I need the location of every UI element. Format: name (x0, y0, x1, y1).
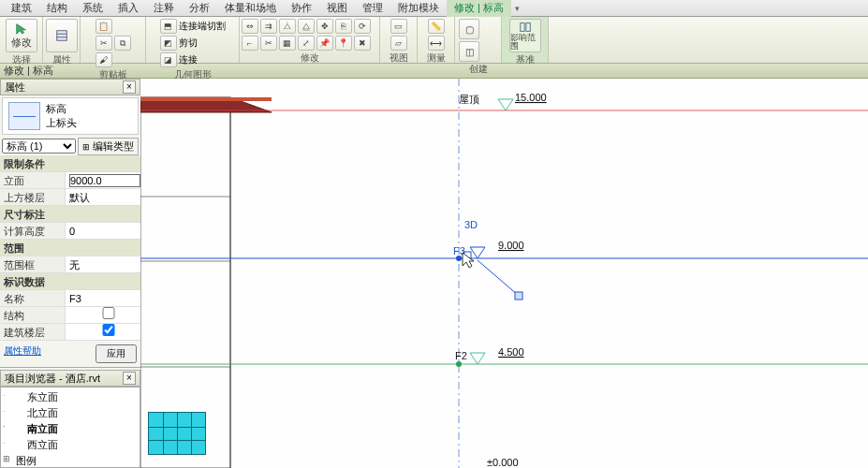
prop-group-extent[interactable]: 范围 (0, 240, 140, 256)
ribbon-group-clipboard: 📋 ✂⧉ 🖌 剪贴板 (81, 17, 146, 63)
propagate-extents-button[interactable]: 影响范围 (509, 19, 541, 52)
prop-row-scope-box[interactable]: 范围框 无 (0, 256, 140, 273)
prop-group-constraints[interactable]: 限制条件 (0, 155, 140, 172)
drawing-canvas[interactable]: 屋顶 15.000 F3 9.000 3D F2 4.500 (140, 79, 868, 468)
tree-node[interactable]: 西立面 (1, 437, 140, 453)
trim-button[interactable]: ⌐ (242, 36, 258, 51)
ribbon-group-datum: 影响范围 基准 (502, 17, 549, 63)
mirror-draw-button[interactable]: ⧋ (298, 19, 315, 34)
copy-mod-button[interactable]: ⎘ (335, 19, 352, 34)
menu-structure[interactable]: 结构 (39, 0, 75, 17)
instance-filter-select[interactable]: 标高 (1) (2, 139, 76, 154)
svg-rect-0 (56, 31, 66, 41)
ribbon-group-measure: 📏⟷ 测量 (418, 17, 455, 63)
browser-title-bar[interactable]: 项目浏览器 - 酒店.rvt × (0, 370, 140, 387)
measure-button[interactable]: 📏 (428, 19, 445, 34)
menu-massing[interactable]: 体量和场地 (217, 0, 284, 17)
tree-node[interactable]: 东立面 (1, 389, 140, 405)
menu-systems[interactable]: 系统 (75, 0, 110, 17)
rotate-button[interactable]: ⟳ (354, 19, 371, 34)
building-story-checkbox[interactable] (73, 324, 144, 336)
offset-button[interactable]: ⇉ (260, 19, 277, 34)
properties-close-button[interactable]: × (123, 80, 136, 94)
menu-insert[interactable]: 插入 (110, 0, 146, 17)
ribbon-group-properties: 属性 (43, 17, 81, 63)
properties-title: 属性 (5, 80, 25, 95)
type-selector[interactable]: 标高 上标头 (2, 97, 139, 135)
level-roof-value: 15.000 (515, 92, 547, 103)
prop-group-identity[interactable]: 标识数据 (0, 273, 140, 290)
edit-type-button[interactable]: ⊞ 编辑类型 (78, 138, 139, 155)
properties-help-link[interactable]: 属性帮助 (4, 344, 41, 363)
apply-button[interactable]: 应用 (96, 344, 137, 363)
svg-rect-18 (515, 292, 522, 300)
prop-row-comp-height[interactable]: 计算高度 0 (0, 223, 140, 240)
tree-node[interactable]: 图例 (1, 453, 140, 468)
properties-button[interactable] (46, 19, 78, 52)
create-btn1[interactable]: ▢ (459, 19, 479, 39)
prop-row-building-story[interactable]: 建筑楼层 (0, 324, 140, 341)
view-btn2[interactable]: ▱ (390, 36, 407, 51)
level-f3-value: 9.000 (498, 240, 524, 251)
svg-point-20 (456, 361, 462, 367)
menu-modify-levels[interactable]: 修改 | 标高 (447, 0, 511, 17)
dim-button[interactable]: ⟷ (428, 36, 445, 51)
ribbon-group-select: 修改 选择 (0, 17, 43, 63)
create-btn2[interactable]: ◫ (459, 41, 479, 62)
unpin-button[interactable]: 📍 (335, 36, 352, 51)
array-button[interactable]: ▦ (279, 36, 296, 51)
paste-button[interactable]: 📋 (96, 19, 112, 34)
structural-checkbox[interactable] (73, 307, 144, 319)
prop-row-elevation[interactable]: 立面 (0, 172, 140, 189)
browser-close-button[interactable]: × (123, 372, 136, 385)
prop-row-story-above[interactable]: 上方楼层 默认 (0, 189, 140, 206)
work-area: 属性 × 标高 上标头 标高 (1) ⊞ 编辑类型 限制条件 立面 上方楼层 默… (0, 79, 868, 468)
ribbon-label-properties: 属性 (52, 53, 71, 66)
ribbon: 修改 选择 属性 📋 ✂⧉ 🖌 剪贴板 ⬒连接端切割 ◩剪切 ◪连接 几何图形 … (0, 17, 868, 64)
properties-title-bar[interactable]: 属性 × (0, 79, 140, 95)
ribbon-group-geometry: ⬒连接端切割 ◩剪切 ◪连接 几何图形 (146, 17, 240, 63)
menu-view[interactable]: 视图 (319, 0, 355, 17)
prop-row-structural[interactable]: 结构 (0, 307, 140, 324)
view-btn1[interactable]: ▭ (390, 19, 407, 34)
properties-panel: 属性 × 标高 上标头 标高 (1) ⊞ 编辑类型 限制条件 立面 上方楼层 默… (0, 79, 140, 368)
delete-button[interactable]: ✖ (354, 36, 371, 51)
cut-button[interactable]: ✂ (96, 36, 112, 51)
menu-manage[interactable]: 管理 (355, 0, 390, 17)
match-button[interactable]: 🖌 (96, 52, 112, 67)
menu-architecture[interactable]: 建筑 (4, 0, 39, 17)
left-panel-stack: 属性 × 标高 上标头 标高 (1) ⊞ 编辑类型 限制条件 立面 上方楼层 默… (0, 79, 140, 468)
join-geom-button[interactable]: ◪ (160, 52, 177, 67)
level-3d-badge[interactable]: 3D (464, 219, 478, 230)
cope-button[interactable]: ⬒ (160, 19, 177, 34)
tree-node[interactable]: 南立面 (1, 421, 140, 437)
mirror-axis-button[interactable]: ⧊ (279, 19, 296, 34)
copy-button[interactable]: ⧉ (114, 36, 131, 51)
prop-row-name[interactable]: 名称 F3 (0, 290, 140, 307)
level-roof-name: 屋顶 (459, 94, 479, 105)
svg-line-17 (478, 260, 519, 296)
project-browser[interactable]: 东立面北立面南立面西立面图例明细表/数量图纸 (全部)001 - 总平面图002… (0, 387, 140, 468)
move-button[interactable]: ✥ (316, 19, 333, 34)
ribbon-label-view: 视图 (390, 51, 408, 65)
ribbon-group-view: ▭▱ 视图 (380, 17, 418, 63)
menu-addins[interactable]: 附加模块 (390, 0, 447, 17)
ribbon-label-create: 创建 (469, 63, 488, 76)
context-label: 修改 | 标高 (4, 64, 53, 78)
pin-button[interactable]: 📌 (316, 36, 333, 51)
menu-annotate[interactable]: 注释 (146, 0, 182, 17)
svg-rect-4 (525, 23, 529, 32)
menu-analyze[interactable]: 分析 (182, 0, 217, 17)
menu-overflow-icon[interactable]: ▾ (515, 4, 520, 13)
ribbon-label-measure: 测量 (427, 51, 446, 65)
split-button[interactable]: ✂ (260, 36, 277, 51)
menu-collaborate[interactable]: 协作 (284, 0, 319, 17)
align-button[interactable]: ⇔ (242, 19, 258, 34)
scale-button[interactable]: ⤢ (298, 36, 315, 51)
prop-group-dimensions[interactable]: 尺寸标注 (0, 206, 140, 223)
elevation-input[interactable] (69, 174, 140, 187)
tree-node[interactable]: 北立面 (1, 405, 140, 421)
curtain-grid-preview-icon (148, 412, 206, 455)
modify-tool-button[interactable]: 修改 (6, 19, 37, 52)
cut-geom-button[interactable]: ◩ (160, 36, 177, 51)
